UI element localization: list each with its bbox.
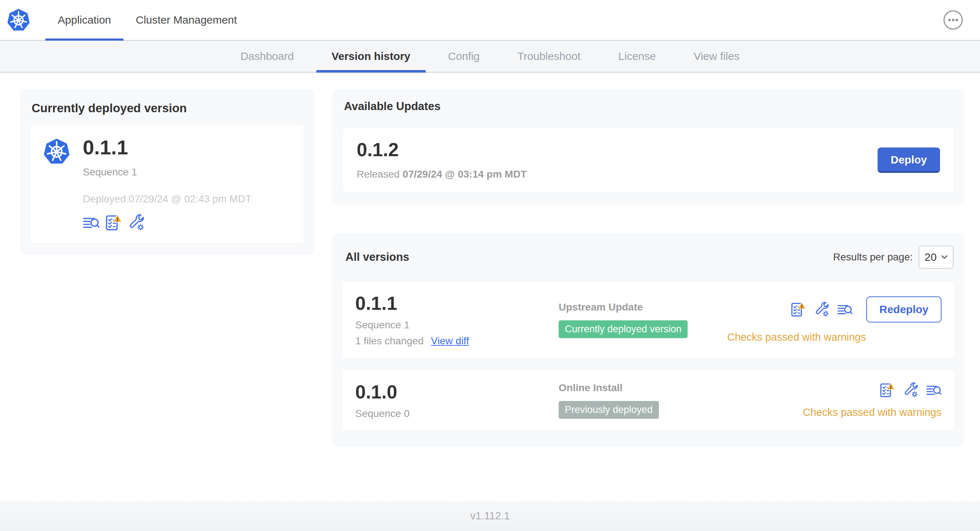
view-diff-link[interactable]: View diff — [431, 335, 469, 347]
version-number: 0.1.0 — [355, 382, 558, 401]
tab-version-history[interactable]: Version history — [313, 41, 430, 72]
version-row-actions: Redeploy Checks passed with warnings — [727, 296, 942, 343]
deployment-status-badge: Currently deployed version — [558, 320, 687, 338]
update-released-timestamp: Released07/29/24 @ 03:14 pm MDT — [357, 169, 527, 180]
files-changed-row: 1 files changed View diff — [355, 335, 558, 347]
app-subnav: Dashboard Version history Config Trouble… — [0, 41, 980, 73]
deployed-action-icons — [83, 214, 251, 231]
app-header: Application Cluster Management — [0, 0, 980, 41]
view-logs-icon[interactable] — [83, 214, 100, 231]
currently-deployed-card: Currently deployed version 0.1.1 Sequenc… — [20, 89, 314, 254]
version-row-left: 0.1.1 Sequence 1 1 files changed View di… — [355, 293, 558, 347]
results-per-page-select[interactable]: 20 — [919, 245, 953, 269]
tab-view-files[interactable]: View files — [675, 41, 759, 72]
deploy-button[interactable]: Deploy — [878, 148, 940, 173]
currently-deployed-version-card: 0.1.1 Sequence 1 Deployed 07/29/24 @ 02:… — [30, 125, 304, 244]
kubernetes-app-icon — [43, 137, 70, 231]
version-row: 0.1.0 Sequence 0 Online Install Previous… — [342, 370, 955, 431]
tab-license[interactable]: License — [599, 41, 675, 72]
version-source-label: Online Install — [558, 382, 803, 394]
tab-cluster-management[interactable]: Cluster Management — [124, 0, 249, 40]
version-row-left: 0.1.0 Sequence 0 — [355, 381, 558, 420]
app-footer: v1.112.1 — [0, 501, 980, 531]
view-logs-icon[interactable] — [926, 382, 942, 398]
deployment-status-badge: Previously deployed — [558, 401, 659, 419]
edit-config-icon[interactable] — [903, 382, 918, 398]
all-versions-title: All versions — [345, 251, 409, 264]
version-row-middle: Online Install Previously deployed — [558, 382, 803, 419]
main-content: Currently deployed version 0.1.1 Sequenc… — [0, 73, 980, 501]
all-versions-card: All versions Results per page: 20 0. — [332, 233, 964, 447]
update-row: 0.1.2 Released07/29/24 @ 03:14 pm MDT De… — [342, 127, 954, 193]
app-tabs: Application Cluster Management — [45, 0, 249, 40]
chevron-down-icon — [941, 255, 948, 259]
update-details: 0.1.2 Released07/29/24 @ 03:14 pm MDT — [357, 140, 527, 180]
tab-config[interactable]: Config — [430, 41, 499, 72]
currently-deployed-title: Currently deployed version — [32, 101, 304, 115]
preflight-checks-warning-icon[interactable] — [105, 214, 122, 231]
deployed-version-details: 0.1.1 Sequence 1 Deployed 07/29/24 @ 02:… — [83, 137, 251, 231]
deployed-timestamp: Deployed 07/29/24 @ 02:43 pm MDT — [83, 193, 251, 205]
more-menu-button[interactable] — [943, 10, 963, 30]
all-versions-header: All versions Results per page: 20 — [342, 243, 955, 269]
tab-dashboard[interactable]: Dashboard — [221, 41, 313, 72]
available-updates-title: Available Updates — [344, 100, 954, 113]
right-column: Available Updates 0.1.2 Released07/29/24… — [332, 89, 964, 447]
kubernetes-logo — [6, 0, 30, 40]
ellipsis-icon — [943, 10, 963, 30]
tab-troubleshoot[interactable]: Troubleshoot — [498, 41, 599, 72]
view-logs-icon[interactable] — [837, 302, 853, 317]
preflight-checks-warning-icon[interactable] — [791, 302, 806, 317]
checks-status-text: Checks passed with warnings — [803, 406, 942, 418]
version-row: 0.1.1 Sequence 1 1 files changed View di… — [342, 281, 955, 358]
files-changed-label: 1 files changed — [355, 335, 423, 347]
edit-config-icon[interactable] — [814, 302, 829, 317]
version-sequence: Sequence 1 — [355, 319, 558, 331]
checks-status-text: Checks passed with warnings — [727, 331, 866, 343]
deployed-version-number: 0.1.1 — [83, 137, 251, 157]
results-per-page-label: Results per page: — [833, 251, 913, 263]
redeploy-button[interactable]: Redeploy — [866, 296, 942, 323]
version-sequence: Sequence 0 — [355, 408, 558, 420]
version-row-middle: Upstream Update Currently deployed versi… — [558, 302, 727, 338]
available-updates-card: Available Updates 0.1.2 Released07/29/24… — [332, 89, 964, 205]
console-version: v1.112.1 — [470, 510, 510, 522]
deployed-sequence: Sequence 1 — [83, 166, 251, 178]
update-version-number: 0.1.2 — [357, 140, 527, 159]
results-per-page-value: 20 — [924, 251, 936, 263]
header-right — [943, 0, 980, 40]
version-rows: 0.1.1 Sequence 1 1 files changed View di… — [342, 281, 955, 431]
edit-config-icon[interactable] — [128, 214, 145, 231]
version-number: 0.1.1 — [355, 294, 558, 313]
tab-application[interactable]: Application — [45, 0, 124, 40]
preflight-checks-warning-icon[interactable] — [880, 382, 895, 398]
version-row-actions: Checks passed with warnings — [803, 382, 942, 418]
results-per-page: Results per page: 20 — [833, 245, 953, 269]
version-source-label: Upstream Update — [558, 302, 727, 313]
